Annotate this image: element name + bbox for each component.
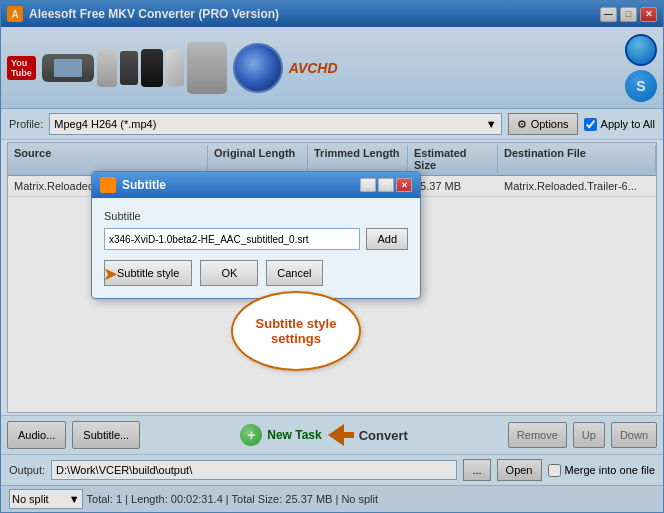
dialog-title-text: Subtitle (122, 178, 166, 192)
dialog-file-input[interactable] (104, 228, 360, 250)
dialog-overlay: Subtitle — □ ✕ Subtitle Add Subtitle sty… (1, 1, 663, 512)
dialog-maximize-button[interactable]: □ (378, 178, 394, 192)
dialog-subtitle-label: Subtitle (104, 210, 408, 222)
dialog-controls: — □ ✕ (360, 178, 412, 192)
subtitle-dialog: Subtitle — □ ✕ Subtitle Add Subtitle sty… (91, 171, 421, 299)
dialog-add-button[interactable]: Add (366, 228, 408, 250)
dialog-title-bar: Subtitle — □ ✕ (92, 172, 420, 198)
dialog-file-row: Add (104, 228, 408, 250)
dialog-body: Subtitle Add Subtitle style OK Cancel (92, 198, 420, 298)
dialog-title-left: Subtitle (100, 177, 166, 193)
dialog-minimize-button[interactable]: — (360, 178, 376, 192)
dialog-app-icon (100, 177, 116, 193)
callout-bubble: Subtitle style settings (231, 291, 361, 371)
dialog-close-button[interactable]: ✕ (396, 178, 412, 192)
dialog-actions: Subtitle style OK Cancel (104, 260, 408, 286)
dialog-ok-button[interactable]: OK (200, 260, 258, 286)
callout-text: Subtitle style settings (241, 316, 351, 346)
main-window: A Aleesoft Free MKV Converter (PRO Versi… (0, 0, 664, 513)
dialog-cancel-button[interactable]: Cancel (266, 260, 322, 286)
arrow-indicator: ➤ (103, 263, 118, 285)
